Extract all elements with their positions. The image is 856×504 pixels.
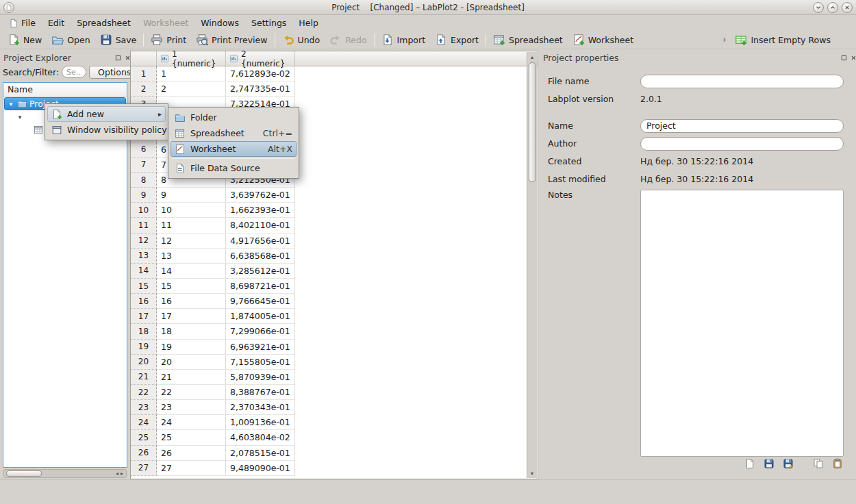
menu-worksheet[interactable]: Worksheet <box>137 16 194 29</box>
row-header-cell[interactable]: 22 <box>131 385 157 400</box>
cell-col1[interactable]: 9 <box>157 188 226 203</box>
close-button[interactable] <box>850 53 856 63</box>
row-header-cell[interactable]: 27 <box>131 461 157 476</box>
new-notes-button[interactable] <box>742 456 757 471</box>
tree-header-name[interactable]: Name <box>3 83 127 97</box>
cell-col2[interactable]: 9,489090e-01 <box>226 461 295 476</box>
cell-col2[interactable]: 7,155805e-01 <box>226 355 295 370</box>
cell-col2[interactable]: 5,870939e-01 <box>226 370 295 385</box>
scroll-left-icon[interactable]: ◂ <box>116 470 118 477</box>
row-header-cell[interactable]: 21 <box>131 370 157 385</box>
row-header-cell[interactable]: 1 <box>131 66 157 81</box>
cell-col2[interactable]: 8,698721e-01 <box>226 279 295 294</box>
cell-col1[interactable]: 11 <box>157 218 226 233</box>
toolbar-print[interactable]: Print <box>146 32 191 47</box>
cell-col1[interactable]: 2 <box>157 81 226 97</box>
notes-textarea[interactable] <box>640 190 844 457</box>
float-button[interactable] <box>840 53 848 63</box>
search-filter-input[interactable] <box>62 66 86 78</box>
cell-col2[interactable]: 6,638568e-01 <box>226 249 295 264</box>
maximize-button[interactable] <box>827 2 838 13</box>
cell-col1[interactable]: 13 <box>157 249 226 264</box>
file-name-input[interactable] <box>640 75 844 88</box>
column-header-2[interactable]: 2 {numeric} <box>226 51 295 66</box>
context-menu-item-add-new[interactable]: Add new▸ <box>47 106 166 122</box>
menu-spreadsheet[interactable]: Spreadsheet <box>71 16 137 29</box>
cell-col2[interactable]: 7,612893e-02 <box>226 66 295 81</box>
cell-col2[interactable]: 4,603804e-02 <box>226 430 295 445</box>
cell-col2[interactable]: 1,874005e-01 <box>226 309 295 324</box>
scroll-up-icon[interactable]: ▴ <box>527 52 537 62</box>
row-header-cell[interactable]: 18 <box>131 324 157 339</box>
row-header-cell[interactable]: 9 <box>131 188 157 203</box>
cell-col1[interactable]: 23 <box>157 400 226 415</box>
column-header-1[interactable]: 1 {numeric} <box>157 51 226 66</box>
row-header-cell[interactable]: 12 <box>131 234 157 249</box>
chevron-expanded-icon[interactable]: ▾ <box>7 101 15 108</box>
row-header-cell[interactable]: 16 <box>131 294 157 309</box>
submenu-item-worksheet[interactable]: WorksheetAlt+X <box>171 141 297 157</box>
cell-col1[interactable]: 17 <box>157 309 226 324</box>
cell-col2[interactable]: 8,402110e-01 <box>226 218 295 233</box>
row-header-cell[interactable]: 20 <box>131 355 157 370</box>
cell-col1[interactable]: 15 <box>157 279 226 294</box>
toolbar-open[interactable]: Open <box>47 32 95 47</box>
submenu-item-file-data-source[interactable]: File Data Source <box>171 160 297 176</box>
row-header-cell[interactable]: 2 <box>131 81 157 97</box>
row-header-cell[interactable]: 11 <box>131 218 157 233</box>
float-button[interactable] <box>114 53 122 63</box>
row-header-cell[interactable]: 7 <box>131 158 157 173</box>
row-header-cell[interactable]: 8 <box>131 173 157 188</box>
row-header-cell[interactable]: 10 <box>131 203 157 218</box>
toolbar-insert-empty-rows[interactable]: Insert Empty Rows <box>730 32 835 47</box>
cell-col2[interactable]: 3,285612e-01 <box>226 264 295 279</box>
cell-col2[interactable]: 4,917656e-01 <box>226 234 295 249</box>
scrollbar-thumb[interactable] <box>6 470 42 477</box>
row-header-cell[interactable]: 25 <box>131 430 157 445</box>
toolbar-new[interactable]: New <box>3 32 47 47</box>
app-menu-button[interactable] <box>3 2 14 13</box>
paste-button[interactable] <box>829 456 845 471</box>
cell-col1[interactable]: 24 <box>157 415 226 430</box>
cell-col2[interactable]: 3,639762e-01 <box>226 188 295 203</box>
row-header-cell[interactable]: 24 <box>131 415 157 430</box>
chevron-expanded-icon[interactable]: ▾ <box>16 114 24 121</box>
horizontal-scrollbar[interactable]: ◂ ▸ <box>3 469 127 478</box>
menu-edit[interactable]: Edit <box>42 16 71 29</box>
row-header-cell[interactable]: 26 <box>131 446 157 461</box>
cell-col1[interactable]: 10 <box>157 203 226 218</box>
cell-col1[interactable]: 22 <box>157 385 226 400</box>
toolbar-overflow-chevron-icon[interactable]: › <box>723 35 727 45</box>
row-header-cell[interactable]: 19 <box>131 340 157 355</box>
toolbar-print-preview[interactable]: Print Preview <box>191 32 272 47</box>
cell-col1[interactable]: 14 <box>157 264 226 279</box>
cell-col2[interactable]: 1,009136e-01 <box>226 415 295 430</box>
cell-col1[interactable]: 21 <box>157 370 226 385</box>
cell-col2[interactable]: 8,388767e-01 <box>226 385 295 400</box>
submenu-item-folder[interactable]: Folder <box>171 110 297 125</box>
cell-col1[interactable]: 18 <box>157 324 226 339</box>
scroll-right-icon[interactable]: ▸ <box>121 470 123 477</box>
toolbar-import[interactable]: Import <box>377 32 431 47</box>
cell-col1[interactable]: 27 <box>157 461 226 476</box>
toolbar-worksheet[interactable]: Worksheet <box>568 32 638 47</box>
cell-col1[interactable]: 20 <box>157 355 226 370</box>
row-header-cell[interactable]: 14 <box>131 264 157 279</box>
row-header-cell[interactable]: 13 <box>131 249 157 264</box>
toolbar-undo[interactable]: Undo <box>277 32 325 47</box>
cell-col2[interactable]: 2,078515e-01 <box>226 446 295 461</box>
author-input[interactable] <box>640 137 844 151</box>
cell-col2[interactable]: 6,963921e-01 <box>226 340 295 355</box>
table-corner-cell[interactable] <box>131 51 157 66</box>
minimize-button[interactable] <box>813 2 824 13</box>
scroll-down-icon[interactable]: ▾ <box>527 468 537 478</box>
context-menu-item-window-visibility-policy[interactable]: Window visibility policy▸ <box>47 122 166 138</box>
row-header-cell[interactable]: 15 <box>131 279 157 294</box>
cell-col1[interactable]: 1 <box>157 66 226 81</box>
row-header-cell[interactable]: 23 <box>131 400 157 415</box>
cell-col1[interactable]: 25 <box>157 430 226 445</box>
save-button[interactable] <box>761 456 777 471</box>
name-input[interactable] <box>640 119 844 133</box>
close-button[interactable] <box>842 2 853 13</box>
toolbar-export[interactable]: Export <box>430 32 483 47</box>
